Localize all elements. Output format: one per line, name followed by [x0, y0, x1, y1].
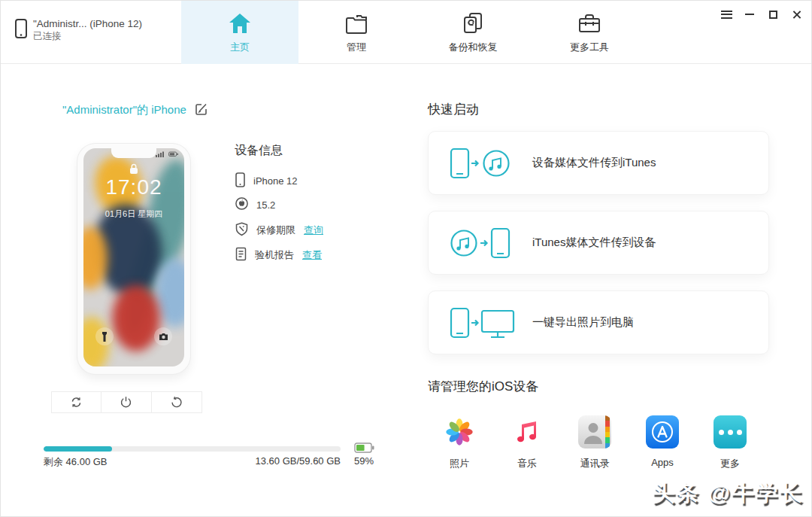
battery-percent: 59%	[351, 455, 377, 467]
phone-to-pc-icon	[450, 305, 532, 341]
card-label: 一键导出照片到电脑	[532, 315, 634, 330]
report-view-link[interactable]: 查看	[302, 248, 322, 262]
lockscreen-time: 17:02	[83, 175, 184, 199]
sync-button[interactable]	[52, 392, 102, 412]
app-label: 通讯录	[580, 457, 610, 470]
info-row-model: iPhone 12	[235, 172, 298, 190]
app-label: 音乐	[517, 457, 537, 470]
restore-button[interactable]	[152, 392, 201, 412]
storage-remaining: 剩余 46.00 GB	[44, 455, 108, 469]
info-report-label: 验机报告	[255, 248, 294, 262]
manage-ios-heading: 请管理您的iOS设备	[428, 378, 538, 395]
toolbox-icon	[577, 11, 602, 36]
app-contacts[interactable]: 通讯录	[563, 415, 626, 470]
info-model-value: iPhone 12	[253, 175, 298, 187]
device-summary[interactable]: "Administr... (iPhone 12) 已连接	[14, 17, 142, 43]
battery-icon	[354, 442, 374, 456]
storage-progress-bar	[44, 446, 341, 452]
maximize-icon[interactable]	[767, 8, 779, 20]
info-row-report: 验机报告 查看	[235, 247, 322, 263]
device-phone-icon	[14, 17, 28, 43]
device-name: "Administr... (iPhone 12)	[33, 17, 142, 30]
phone-to-itunes-icon	[450, 146, 532, 181]
tab-home-label: 主页	[230, 41, 250, 54]
status-bar-icons	[156, 151, 179, 157]
tab-tools[interactable]: 更多工具	[531, 1, 648, 64]
apple-icon	[235, 197, 248, 212]
device-title: "Administrator"的 iPhone	[62, 103, 186, 117]
tab-backup-label: 备份和恢复	[449, 41, 498, 54]
tab-home[interactable]: 主页	[181, 1, 298, 64]
watermark-text: 头条 @牛学长	[652, 478, 804, 509]
app-label: 照片	[450, 457, 469, 470]
app-window: "Administr... (iPhone 12) 已连接 主页 管理	[0, 0, 812, 517]
tab-tools-label: 更多工具	[570, 41, 609, 54]
storage-usage: 13.60 GB/59.60 GB	[190, 455, 341, 467]
warranty-shield-icon	[235, 222, 248, 239]
app-more[interactable]: 更多	[698, 415, 762, 470]
app-label: 更多	[720, 457, 740, 470]
camera-icon	[154, 327, 172, 345]
photos-icon	[443, 415, 476, 449]
itunes-to-phone-icon	[450, 226, 532, 260]
info-warranty-label: 保修期限	[256, 224, 295, 237]
quick-start-heading: 快速启动	[428, 101, 479, 118]
contacts-icon	[578, 415, 611, 449]
info-row-warranty: 保修期限 查询	[235, 222, 323, 239]
window-controls	[720, 8, 802, 20]
app-label: Apps	[651, 457, 674, 468]
contacts-tab-strip	[605, 415, 610, 449]
power-button[interactable]	[102, 392, 151, 412]
appstore-icon	[646, 415, 679, 449]
storage-progress-fill	[44, 446, 112, 452]
tab-backup[interactable]: 备份和恢复	[414, 1, 532, 64]
phone-notch	[111, 148, 156, 158]
more-icon	[714, 415, 747, 449]
music-icon	[511, 415, 544, 449]
card-device-to-itunes[interactable]: 设备媒体文件传到iTunes	[428, 131, 769, 195]
phone-mockup: 17:02 01月6日 星期四	[77, 144, 190, 374]
flashlight-icon	[95, 327, 114, 345]
home-icon	[228, 11, 252, 36]
device-info-heading: 设备信息	[235, 143, 283, 159]
app-music[interactable]: 音乐	[495, 415, 559, 470]
card-export-photos-to-pc[interactable]: 一键导出照片到电脑	[428, 290, 769, 354]
edit-device-name-icon[interactable]	[195, 102, 208, 119]
close-icon[interactable]	[790, 8, 802, 20]
card-label: iTunes媒体文件传到设备	[532, 236, 656, 250]
tab-manage[interactable]: 管理	[298, 1, 415, 64]
info-ios-value: 15.2	[256, 199, 275, 211]
card-label: 设备媒体文件传到iTunes	[532, 156, 656, 170]
tab-manage-label: 管理	[347, 41, 366, 54]
card-itunes-to-device[interactable]: iTunes媒体文件传到设备	[428, 211, 769, 275]
wallpaper-blob	[112, 285, 160, 351]
titlebar: "Administr... (iPhone 12) 已连接 主页 管理	[1, 1, 812, 64]
phone-lockscreen: 17:02 01月6日 星期四	[83, 148, 184, 366]
device-status: 已连接	[33, 30, 142, 43]
minimize-icon[interactable]	[744, 8, 756, 20]
warranty-query-link[interactable]: 查询	[304, 224, 323, 237]
folder-icon	[344, 11, 369, 36]
lockscreen-date: 01月6日 星期四	[83, 208, 184, 220]
app-photos[interactable]: 照片	[428, 415, 491, 470]
phone-actions	[51, 391, 202, 413]
menu-icon[interactable]	[720, 8, 732, 20]
backup-restore-icon	[460, 11, 486, 36]
app-appstore[interactable]: Apps	[631, 415, 694, 468]
report-doc-icon	[235, 247, 247, 263]
info-row-ios: 15.2	[235, 197, 275, 212]
phone-icon	[235, 172, 245, 190]
